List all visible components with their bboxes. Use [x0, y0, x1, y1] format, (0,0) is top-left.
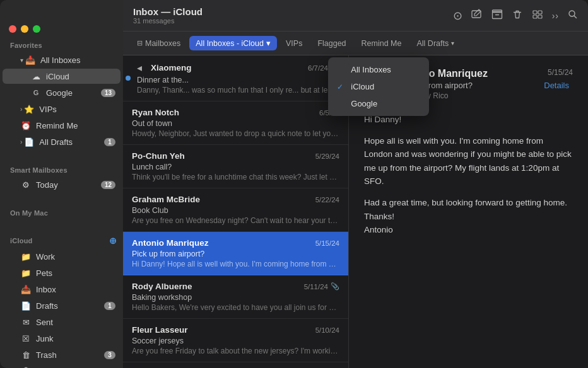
message-preview: Think you'll be free for a lunchtime cha…	[132, 173, 339, 181]
message-header: Antonio Manriquez 5/15/24	[132, 238, 339, 248]
message-subject: Dinner at the...	[137, 76, 339, 84]
google-badge: 13	[101, 89, 115, 97]
detail-body: Hi Danny! Hope all is well with you. I'm…	[364, 113, 573, 237]
pets-icon: 📁	[20, 267, 32, 279]
message-subject: Out of town	[132, 119, 339, 128]
message-subject: Book Club	[132, 206, 339, 215]
sidebar-item-archive[interactable]: 📦 Archive	[3, 364, 121, 368]
sidebar-item-pets[interactable]: 📁 Pets	[3, 265, 121, 280]
message-preview: Are you free on Wednesday night? Can't w…	[132, 216, 339, 225]
move-toolbar-icon[interactable]	[532, 9, 543, 23]
message-item[interactable]: Rody Albuerne 5/11/24 📎 Baking workshop …	[123, 275, 348, 319]
add-mailbox-button[interactable]: ⊕	[109, 236, 117, 246]
delete-toolbar-icon[interactable]	[512, 9, 523, 23]
tab-label: Mailboxes	[145, 39, 180, 48]
sidebar-label: VIPs	[39, 105, 115, 114]
sidebar-item-remind-me[interactable]: ⏰ Remind Me	[3, 118, 121, 133]
fullscreen-button[interactable]	[33, 25, 40, 33]
message-sender: Fleur Lasseur	[132, 325, 188, 335]
sidebar-label: Junk	[36, 334, 115, 343]
archive-toolbar-icon[interactable]	[491, 9, 503, 23]
message-sender: Ryan Notch	[132, 108, 179, 117]
sidebar-item-google[interactable]: G Google 13	[3, 85, 121, 100]
svg-rect-6	[538, 15, 542, 18]
drafts-badge: 1	[104, 138, 115, 146]
chevron-icon: ›	[20, 139, 22, 146]
tab-label: Flagged	[317, 39, 346, 48]
trash-icon: 🗑	[20, 349, 32, 360]
sidebar-label: Work	[36, 252, 115, 262]
toolbar-icons-group: ⊙ ››	[453, 9, 578, 23]
sidebar-item-inbox[interactable]: 📥 Inbox	[3, 282, 121, 297]
inbox-title: Inbox — iCloud	[133, 6, 453, 17]
toolbar-title-area: Inbox — iCloud 31 messages	[133, 6, 453, 25]
sidebar-label: Trash	[36, 350, 104, 360]
body-closing: Had a great time, but looking forward to…	[364, 196, 573, 237]
smart-mailboxes-header: Smart Mailboxes	[0, 158, 123, 176]
minimize-button[interactable]	[21, 25, 28, 33]
sidebar-item-junk[interactable]: ☒ Junk	[3, 331, 121, 346]
tab-label: All Inboxes - iCloud	[196, 39, 264, 48]
tab-all-drafts[interactable]: All Drafts ▾	[411, 37, 461, 50]
sidebar-item-sent[interactable]: ✉ Sent	[3, 314, 121, 330]
drafts-icon: 📄	[20, 300, 32, 311]
dropdown-arrow-icon: ▾	[451, 40, 454, 47]
filter-icon[interactable]: ⊙	[453, 9, 462, 23]
inbox-dropdown: All Inboxes ✓ iCloud Google	[328, 57, 429, 116]
message-item[interactable]: ◂ Xiaomeng 6/7/24 📎 Dinner at the... Dan…	[123, 55, 348, 101]
message-header: Rody Albuerne 5/11/24 📎	[132, 282, 339, 291]
dropdown-item-google[interactable]: Google	[328, 95, 429, 112]
sidebar-item-trash[interactable]: 🗑 Trash 3	[3, 347, 121, 362]
close-button[interactable]	[9, 25, 16, 33]
message-item[interactable]: Ryan Notch 6/5/24 Out of town Howdy, Nei…	[123, 101, 348, 145]
search-toolbar-icon[interactable]	[568, 9, 578, 22]
message-date: 5/15/24	[315, 239, 339, 247]
icloud-icon: ☁	[30, 71, 42, 82]
sidebar-label: Sent	[36, 318, 115, 327]
work-icon: 📁	[20, 251, 32, 262]
message-sender: Antonio Manriquez	[132, 238, 209, 248]
sidebar-item-today[interactable]: ⚙ Today 12	[3, 177, 121, 192]
more-toolbar-icon[interactable]: ››	[552, 11, 559, 21]
message-preview: Hi Danny! Hope all is well with you. I'm…	[132, 260, 339, 268]
sidebar: Favorites ▾ 📥 All Inboxes ☁ iCloud G Goo…	[0, 0, 123, 368]
message-date: 5/22/24	[315, 196, 339, 204]
message-item[interactable]: Fleur Lasseur 5/10/24 Soccer jerseys Are…	[123, 319, 348, 362]
tab-vips[interactable]: VIPs	[279, 37, 309, 50]
tab-mailboxes[interactable]: ⊟ Mailboxes	[131, 37, 187, 50]
on-my-mac-header: On My Mac	[0, 200, 123, 219]
sidebar-label: Pets	[36, 268, 115, 278]
sent-icon: ✉	[20, 316, 32, 328]
junk-icon: ☒	[20, 333, 32, 344]
svg-rect-2	[492, 10, 502, 13]
sidebar-item-work[interactable]: 📁 Work	[3, 249, 121, 264]
message-subject: Soccer jerseys	[132, 336, 339, 345]
message-date: 5/11/24	[304, 283, 328, 290]
sidebar-item-all-inboxes[interactable]: ▾ 📥 All Inboxes	[3, 52, 121, 67]
toolbar: Inbox — iCloud 31 messages ⊙ ››	[123, 0, 588, 32]
sidebar-item-all-drafts[interactable]: › 📄 All Drafts 1	[3, 134, 121, 149]
message-sender: Rody Albuerne	[132, 282, 192, 291]
mailboxes-tab-icon: ⊟	[137, 39, 143, 47]
sidebar-label: Drafts	[36, 301, 104, 311]
inbox-icon: 📥	[20, 284, 32, 295]
message-item-selected[interactable]: Antonio Manriquez 5/15/24 Pick up from a…	[123, 232, 348, 275]
today-badge: 12	[101, 181, 115, 189]
message-count: 31 messages	[133, 17, 453, 25]
message-item[interactable]: Graham McBride 5/22/24 Book Club Are you…	[123, 188, 348, 232]
details-button[interactable]: Details	[540, 79, 573, 91]
message-list[interactable]: ◂ Xiaomeng 6/7/24 📎 Dinner at the... Dan…	[123, 55, 349, 368]
tab-all-inboxes-icloud[interactable]: All Inboxes - iCloud ▾ All Inboxes ✓ iCl…	[189, 36, 277, 50]
check-icon: ✓	[337, 83, 346, 91]
sidebar-item-icloud[interactable]: ☁ iCloud	[3, 69, 121, 84]
dropdown-item-all-inboxes[interactable]: All Inboxes	[328, 61, 429, 78]
attachment-icon: 📎	[331, 282, 339, 290]
dropdown-item-icloud[interactable]: ✓ iCloud	[328, 78, 429, 95]
sidebar-item-drafts[interactable]: 📄 Drafts 1	[3, 298, 121, 313]
tab-remind-me[interactable]: Remind Me	[355, 37, 408, 50]
new-message-icon[interactable]	[471, 9, 483, 23]
message-item[interactable]: Po-Chun Yeh 5/29/24 Lunch call? Think yo…	[123, 145, 348, 188]
tab-flagged[interactable]: Flagged	[311, 37, 352, 50]
tab-label: All Drafts	[417, 39, 449, 48]
sidebar-item-vips[interactable]: › ⭐ VIPs	[3, 101, 121, 117]
